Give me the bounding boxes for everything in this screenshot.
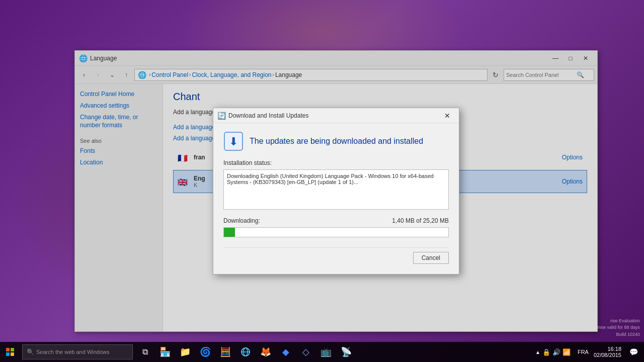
build-line3: Build 10240 [571,331,640,338]
tray-icon-network[interactable]: 📶 [562,348,571,356]
dialog-header-title: The updates are being downloaded and ins… [250,137,423,146]
taskbar-icon-store[interactable]: 🏪 [155,342,175,362]
dialog-close-button[interactable]: ✕ [440,108,455,123]
progress-bar [224,228,235,237]
taskbar-icon-app1[interactable]: 🌀 [195,342,215,362]
taskbar-icon-ie[interactable] [235,342,256,362]
dialog-footer: Cancel [223,247,449,266]
taskbar-language[interactable]: FRA [575,349,592,355]
control-panel-window: 🌐 Language — □ ✕ ‹ › ⌄ ↑ 🌐 › Control Pan… [74,50,598,332]
taskbar-right: ▲ 🔒 🔊 📶 FRA 16:18 02/08/2015 💬 [533,346,644,358]
taskbar-icon-calc[interactable]: 🧮 [215,342,235,362]
taskbar-icon-app2[interactable]: ◆ [276,342,296,362]
download-size: 1,40 MB of 25,20 MB [392,217,449,224]
installation-status-label: Installation status: [223,159,449,166]
taskbar-datetime[interactable]: 16:18 02/08/2015 [594,346,625,358]
downloading-label: Downloading: [223,217,260,224]
taskbar: 🔍 ⧉ 🏪 📁 🌀 🧮 🦊 ◆ ◇ 📺 📡 ▲ 🔒 [0,342,644,362]
taskbar-icon-app5[interactable]: 📡 [336,342,356,362]
svg-text:⬇: ⬇ [229,135,238,148]
desktop: 🌐 Language — □ ✕ ‹ › ⌄ ↑ 🌐 › Control Pan… [0,0,644,362]
taskbar-icon-firefox[interactable]: 🦊 [256,342,276,362]
taskbar-search-icon: 🔍 [27,348,34,355]
taskbar-date: 02/08/2015 [594,352,621,358]
dialog-header-icon: ⬇ [223,131,244,151]
svg-rect-3 [11,348,14,351]
svg-rect-5 [11,352,14,356]
dialog-header: ⬇ The updates are being downloaded and i… [223,131,449,151]
taskbar-icon-app4[interactable]: 📺 [316,342,336,362]
dialog-title-icon: 🔄 [217,112,225,120]
dialog-body: ⬇ The updates are being downloaded and i… [213,123,459,274]
tray-expand[interactable]: ▲ [535,349,540,355]
svg-rect-4 [6,352,10,356]
cancel-button[interactable]: Cancel [413,252,449,264]
dialog-overlay: 🔄 Download and Install Updates ✕ ⬇ [75,51,597,331]
taskbar-search[interactable]: 🔍 [22,344,133,359]
status-textbox[interactable]: Downloading English (United Kingdom) Lan… [223,169,449,210]
notification-area: ▲ 🔒 🔊 📶 [533,348,573,356]
start-button[interactable] [0,342,20,362]
download-row: Downloading: 1,40 MB of 25,20 MB [223,217,449,224]
taskbar-time: 16:18 [607,346,621,352]
dialog-titlebar: 🔄 Download and Install Updates ✕ [213,108,459,123]
download-dialog: 🔄 Download and Install Updates ✕ ⬇ [213,108,459,275]
task-view-button[interactable]: ⧉ [135,342,155,362]
svg-rect-2 [6,348,10,351]
progress-bar-container [223,227,449,237]
tray-icon-2[interactable]: 🔊 [552,348,560,356]
dialog-title-text: Download and Install Updates [228,112,440,119]
taskbar-search-input[interactable] [36,349,127,355]
tray-icon-1[interactable]: 🔒 [542,348,550,356]
taskbar-icon-app3[interactable]: ◇ [296,342,316,362]
taskbar-icon-explorer[interactable]: 📁 [175,342,195,362]
action-center-icon[interactable]: 💬 [627,348,640,356]
